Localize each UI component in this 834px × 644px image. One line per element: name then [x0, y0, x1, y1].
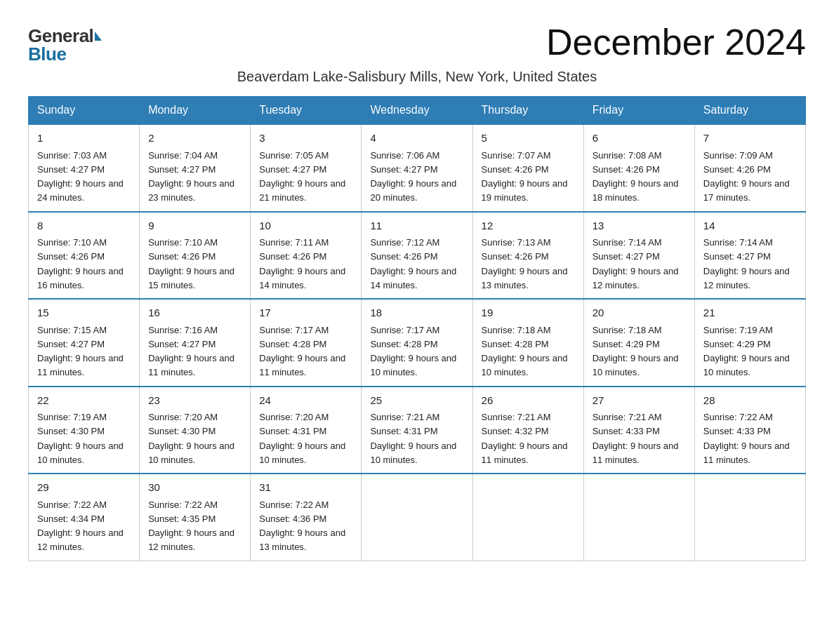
- day-number: 28: [703, 393, 797, 409]
- day-number: 30: [148, 480, 241, 496]
- calendar-week-row: 1 Sunrise: 7:03 AMSunset: 4:27 PMDayligh…: [29, 124, 806, 212]
- day-number: 22: [37, 393, 131, 409]
- day-number: 17: [259, 305, 352, 321]
- day-number: 24: [259, 393, 352, 409]
- table-row: 13 Sunrise: 7:14 AMSunset: 4:27 PMDaylig…: [583, 212, 694, 300]
- table-row: 10 Sunrise: 7:11 AMSunset: 4:26 PMDaylig…: [251, 212, 362, 300]
- header: General Blue December 2024: [28, 21, 806, 63]
- day-number: 4: [370, 130, 463, 147]
- table-row: 12 Sunrise: 7:13 AMSunset: 4:26 PMDaylig…: [472, 212, 583, 300]
- table-row: [694, 474, 805, 561]
- day-info: Sunrise: 7:20 AMSunset: 4:30 PMDaylight:…: [148, 412, 234, 465]
- table-row: [583, 474, 694, 561]
- day-info: Sunrise: 7:14 AMSunset: 4:27 PMDaylight:…: [593, 237, 679, 290]
- day-number: 29: [37, 480, 131, 496]
- day-info: Sunrise: 7:04 AMSunset: 4:27 PMDaylight:…: [148, 150, 234, 203]
- month-title: December 2024: [546, 21, 806, 63]
- day-number: 7: [703, 130, 797, 147]
- table-row: 30 Sunrise: 7:22 AMSunset: 4:35 PMDaylig…: [140, 474, 251, 561]
- day-number: 18: [370, 305, 463, 321]
- day-number: 20: [593, 305, 686, 321]
- day-number: 6: [593, 130, 686, 147]
- col-tuesday: Tuesday: [251, 97, 362, 125]
- table-row: 18 Sunrise: 7:17 AMSunset: 4:28 PMDaylig…: [362, 299, 472, 387]
- day-number: 14: [703, 218, 797, 234]
- day-number: 2: [148, 130, 241, 147]
- day-info: Sunrise: 7:07 AMSunset: 4:26 PMDaylight:…: [482, 150, 568, 203]
- table-row: 3 Sunrise: 7:05 AMSunset: 4:27 PMDayligh…: [251, 124, 362, 212]
- table-row: 24 Sunrise: 7:20 AMSunset: 4:31 PMDaylig…: [251, 387, 362, 474]
- table-row: 4 Sunrise: 7:06 AMSunset: 4:27 PMDayligh…: [362, 124, 472, 212]
- day-number: 8: [37, 218, 131, 234]
- table-row: [472, 474, 583, 561]
- table-row: 20 Sunrise: 7:18 AMSunset: 4:29 PMDaylig…: [583, 299, 694, 387]
- calendar-table: Sunday Monday Tuesday Wednesday Thursday…: [28, 96, 806, 561]
- table-row: 31 Sunrise: 7:22 AMSunset: 4:36 PMDaylig…: [251, 474, 362, 561]
- day-info: Sunrise: 7:15 AMSunset: 4:27 PMDaylight:…: [37, 325, 124, 378]
- col-thursday: Thursday: [472, 97, 583, 125]
- calendar-subtitle: Beaverdam Lake-Salisbury Mills, New York…: [28, 69, 806, 85]
- day-info: Sunrise: 7:21 AMSunset: 4:33 PMDaylight:…: [593, 412, 679, 465]
- day-number: 31: [259, 480, 352, 496]
- day-number: 11: [370, 218, 463, 234]
- calendar-week-row: 8 Sunrise: 7:10 AMSunset: 4:26 PMDayligh…: [29, 212, 806, 300]
- table-row: 26 Sunrise: 7:21 AMSunset: 4:32 PMDaylig…: [472, 387, 583, 474]
- day-number: 19: [482, 305, 575, 321]
- table-row: 23 Sunrise: 7:20 AMSunset: 4:30 PMDaylig…: [140, 387, 251, 474]
- table-row: 2 Sunrise: 7:04 AMSunset: 4:27 PMDayligh…: [140, 124, 251, 212]
- table-row: [362, 474, 472, 561]
- day-number: 5: [482, 130, 575, 147]
- table-row: 7 Sunrise: 7:09 AMSunset: 4:26 PMDayligh…: [694, 124, 805, 212]
- day-number: 9: [148, 218, 241, 234]
- day-number: 1: [37, 130, 131, 147]
- day-info: Sunrise: 7:03 AMSunset: 4:27 PMDaylight:…: [37, 150, 124, 203]
- table-row: 15 Sunrise: 7:15 AMSunset: 4:27 PMDaylig…: [29, 299, 140, 387]
- table-row: 1 Sunrise: 7:03 AMSunset: 4:27 PMDayligh…: [29, 124, 140, 212]
- table-row: 8 Sunrise: 7:10 AMSunset: 4:26 PMDayligh…: [29, 212, 140, 300]
- day-number: 13: [593, 218, 686, 234]
- calendar-week-row: 29 Sunrise: 7:22 AMSunset: 4:34 PMDaylig…: [29, 474, 806, 561]
- day-info: Sunrise: 7:10 AMSunset: 4:26 PMDaylight:…: [148, 237, 234, 290]
- day-number: 15: [37, 305, 131, 321]
- day-info: Sunrise: 7:13 AMSunset: 4:26 PMDaylight:…: [482, 237, 568, 290]
- day-info: Sunrise: 7:17 AMSunset: 4:28 PMDaylight:…: [259, 325, 345, 378]
- day-info: Sunrise: 7:18 AMSunset: 4:29 PMDaylight:…: [593, 325, 679, 378]
- day-info: Sunrise: 7:17 AMSunset: 4:28 PMDaylight:…: [370, 325, 456, 378]
- table-row: 17 Sunrise: 7:17 AMSunset: 4:28 PMDaylig…: [251, 299, 362, 387]
- day-info: Sunrise: 7:19 AMSunset: 4:30 PMDaylight:…: [37, 412, 124, 465]
- day-info: Sunrise: 7:19 AMSunset: 4:29 PMDaylight:…: [703, 325, 790, 378]
- table-row: 27 Sunrise: 7:21 AMSunset: 4:33 PMDaylig…: [583, 387, 694, 474]
- day-info: Sunrise: 7:12 AMSunset: 4:26 PMDaylight:…: [370, 237, 456, 290]
- day-info: Sunrise: 7:08 AMSunset: 4:26 PMDaylight:…: [593, 150, 679, 203]
- day-info: Sunrise: 7:18 AMSunset: 4:28 PMDaylight:…: [482, 325, 568, 378]
- calendar-week-row: 22 Sunrise: 7:19 AMSunset: 4:30 PMDaylig…: [29, 387, 806, 474]
- col-saturday: Saturday: [694, 97, 805, 125]
- logo-arrow-icon: [95, 32, 102, 41]
- col-monday: Monday: [140, 97, 251, 125]
- col-wednesday: Wednesday: [362, 97, 472, 125]
- day-number: 16: [148, 305, 241, 321]
- day-number: 10: [259, 218, 352, 234]
- day-info: Sunrise: 7:22 AMSunset: 4:33 PMDaylight:…: [703, 412, 790, 465]
- day-info: Sunrise: 7:20 AMSunset: 4:31 PMDaylight:…: [259, 412, 345, 465]
- table-row: 22 Sunrise: 7:19 AMSunset: 4:30 PMDaylig…: [29, 387, 140, 474]
- logo-blue-text: Blue: [28, 45, 66, 63]
- day-info: Sunrise: 7:06 AMSunset: 4:27 PMDaylight:…: [370, 150, 456, 203]
- day-number: 12: [482, 218, 575, 234]
- day-info: Sunrise: 7:05 AMSunset: 4:27 PMDaylight:…: [259, 150, 345, 203]
- table-row: 25 Sunrise: 7:21 AMSunset: 4:31 PMDaylig…: [362, 387, 472, 474]
- day-number: 3: [259, 130, 352, 147]
- table-row: 14 Sunrise: 7:14 AMSunset: 4:27 PMDaylig…: [694, 212, 805, 300]
- table-row: 19 Sunrise: 7:18 AMSunset: 4:28 PMDaylig…: [472, 299, 583, 387]
- day-info: Sunrise: 7:22 AMSunset: 4:36 PMDaylight:…: [259, 499, 345, 553]
- table-row: 11 Sunrise: 7:12 AMSunset: 4:26 PMDaylig…: [362, 212, 472, 300]
- day-info: Sunrise: 7:16 AMSunset: 4:27 PMDaylight:…: [148, 325, 234, 378]
- day-number: 21: [703, 305, 797, 321]
- day-info: Sunrise: 7:09 AMSunset: 4:26 PMDaylight:…: [703, 150, 790, 203]
- table-row: 6 Sunrise: 7:08 AMSunset: 4:26 PMDayligh…: [583, 124, 694, 212]
- col-sunday: Sunday: [29, 97, 140, 125]
- table-row: 21 Sunrise: 7:19 AMSunset: 4:29 PMDaylig…: [694, 299, 805, 387]
- col-friday: Friday: [583, 97, 694, 125]
- day-info: Sunrise: 7:14 AMSunset: 4:27 PMDaylight:…: [703, 237, 790, 290]
- day-number: 23: [148, 393, 241, 409]
